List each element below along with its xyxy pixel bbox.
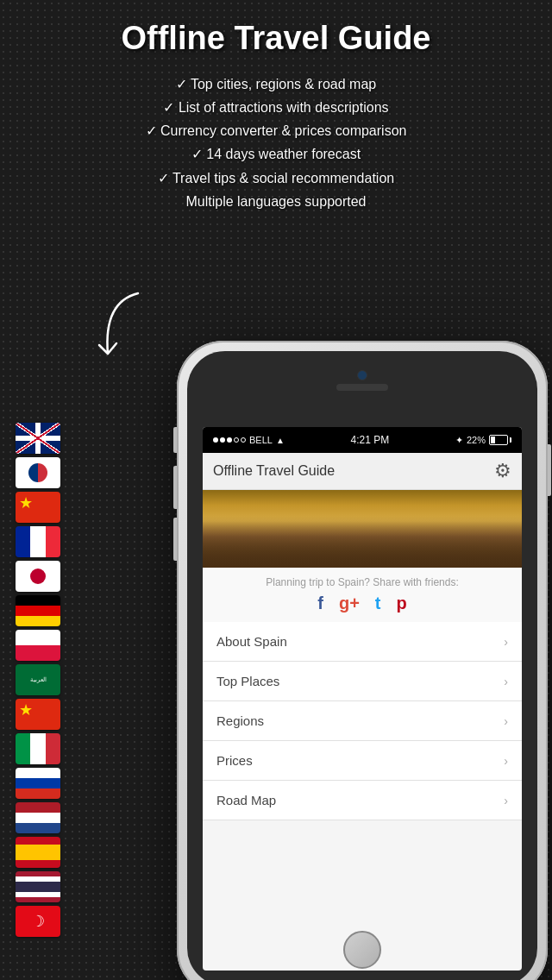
flag-sa[interactable] — [16, 664, 60, 695]
settings-gear-icon[interactable]: ⚙ — [494, 460, 511, 482]
signal-dots — [213, 437, 246, 443]
feature-item-4: ✓ 14 days weather forecast — [17, 142, 535, 166]
flag-ru[interactable] — [16, 768, 60, 799]
chevron-right-icon-regions: › — [504, 714, 508, 728]
flag-jp[interactable] — [16, 561, 60, 592]
feature-item-3: ✓ Currency converter & prices comparison — [17, 119, 535, 142]
flag-tr[interactable] — [16, 906, 60, 937]
signal-dot-4 — [234, 437, 239, 443]
flag-pl[interactable] — [16, 630, 60, 661]
menu-item-label-prices: Prices — [216, 753, 253, 768]
status-bar: BELL ▲ 4:21 PM ✦ 22% — [203, 427, 522, 453]
battery-fill — [491, 437, 495, 443]
power-button — [548, 444, 551, 496]
flag-uk[interactable] — [16, 423, 60, 454]
menu-item-prices[interactable]: Prices › — [203, 741, 522, 781]
battery-percent: 22% — [467, 435, 486, 445]
status-right: ✦ 22% — [455, 435, 511, 446]
social-share-section: Planning trip to Spain? Share with frien… — [203, 568, 522, 622]
googleplus-share-button[interactable]: g+ — [339, 594, 360, 613]
menu-item-top-places[interactable]: Top Places › — [203, 662, 522, 701]
arrow-area — [86, 285, 155, 392]
earpiece-speaker — [336, 384, 388, 391]
page-title: Offline Travel Guide — [17, 21, 535, 57]
phone-screen: BELL ▲ 4:21 PM ✦ 22% — [203, 427, 522, 971]
pinterest-share-button[interactable]: p — [397, 594, 407, 613]
menu-item-label-about-spain: About Spain — [216, 634, 287, 649]
chevron-right-icon-about-spain: › — [504, 635, 508, 649]
signal-dot-2 — [220, 437, 225, 443]
flag-it[interactable] — [16, 733, 60, 764]
phone-inner: BELL ▲ 4:21 PM ✦ 22% — [187, 351, 537, 980]
header: Offline Travel Guide — [0, 0, 552, 66]
menu-item-road-map[interactable]: Road Map › — [203, 781, 522, 820]
battery-body — [489, 435, 508, 445]
flag-cn2[interactable] — [16, 699, 60, 730]
status-left: BELL ▲ — [213, 435, 285, 445]
phone-mockup: BELL ▲ 4:21 PM ✦ 22% — [155, 341, 552, 980]
arrow-icon — [86, 285, 155, 388]
chevron-right-icon-road-map: › — [504, 794, 508, 807]
features-list: ✓ Top cities, regions & road map ✓ List … — [0, 66, 552, 218]
hero-image — [203, 490, 522, 568]
flag-cn[interactable] — [16, 492, 60, 523]
status-time: 4:21 PM — [351, 434, 390, 446]
chevron-right-icon-prices: › — [504, 754, 508, 768]
phone-outer: BELL ▲ 4:21 PM ✦ 22% — [177, 341, 548, 980]
feature-item-1: ✓ Top cities, regions & road map — [17, 72, 535, 96]
flag-es[interactable] — [16, 837, 60, 868]
facebook-share-button[interactable]: f — [317, 594, 323, 613]
alhambra-silhouette — [203, 516, 522, 568]
flags-column — [16, 423, 60, 937]
volume-down-button — [173, 518, 177, 561]
signal-dot-5 — [241, 437, 246, 443]
battery-indicator — [489, 435, 511, 445]
signal-dot-1 — [213, 437, 218, 443]
menu-item-label-regions: Regions — [216, 713, 264, 728]
wifi-icon: ▲ — [276, 436, 285, 445]
twitter-share-button[interactable]: t — [375, 594, 381, 613]
mute-button — [173, 427, 177, 453]
flag-de[interactable] — [16, 595, 60, 626]
app-title: Offline Travel Guide — [213, 463, 335, 479]
menu-item-label-road-map: Road Map — [216, 793, 276, 807]
carrier-label: BELL — [249, 435, 273, 445]
flag-nl[interactable] — [16, 802, 60, 833]
share-text: Planning trip to Spain? Share with frien… — [213, 576, 511, 588]
front-camera — [357, 370, 367, 380]
chevron-right-icon-top-places: › — [504, 675, 508, 688]
flag-kr[interactable] — [16, 457, 60, 488]
battery-tip — [510, 437, 511, 443]
social-icons-row: f g+ t p — [213, 594, 511, 613]
menu-item-about-spain[interactable]: About Spain › — [203, 622, 522, 662]
flag-fr[interactable] — [16, 526, 60, 557]
flag-th[interactable] — [16, 871, 60, 902]
feature-item-2: ✓ List of attractions with descriptions — [17, 96, 535, 119]
volume-up-button — [173, 466, 177, 509]
bluetooth-icon: ✦ — [455, 435, 463, 446]
menu-item-label-top-places: Top Places — [216, 674, 279, 688]
home-button[interactable] — [343, 931, 381, 969]
signal-dot-3 — [227, 437, 232, 443]
content-wrapper: Offline Travel Guide ✓ Top cities, regio… — [0, 0, 552, 980]
menu-item-regions[interactable]: Regions › — [203, 701, 522, 741]
feature-item-6: Multiple languages supported — [17, 190, 535, 213]
app-header: Offline Travel Guide ⚙ — [203, 453, 522, 490]
menu-list: About Spain › Top Places › Regions › P — [203, 622, 522, 820]
feature-item-5: ✓ Travel tips & social recommendation — [17, 166, 535, 190]
